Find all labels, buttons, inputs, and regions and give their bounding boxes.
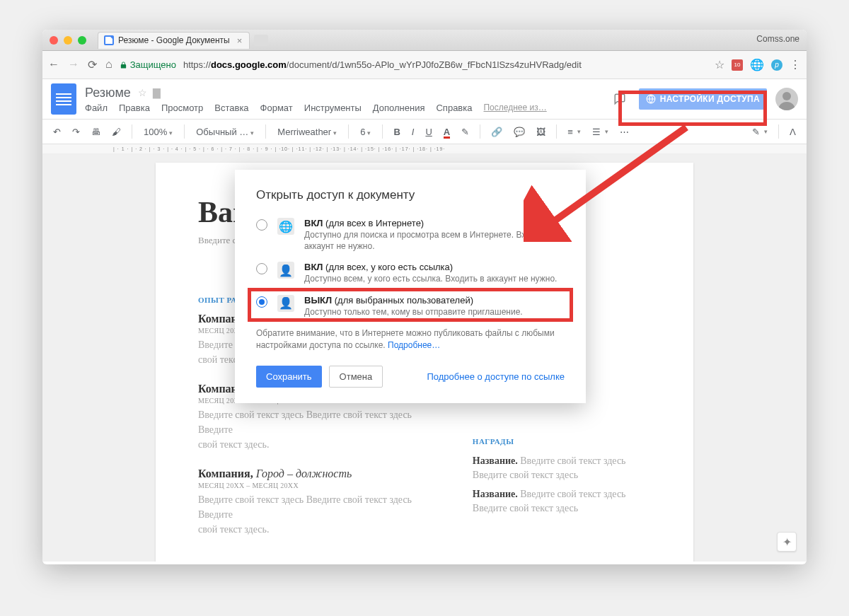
move-folder-icon[interactable]: ▇ [153,87,161,98]
print-icon[interactable]: 🖶 [88,123,104,140]
secure-label: Защищено [130,59,176,70]
google-docs-icon[interactable] [51,83,76,115]
insert-image-icon[interactable]: 🖼 [533,123,549,140]
link-sharing-details-link[interactable]: Подробнее о доступе по ссылке [427,371,565,382]
option-desc: Доступно всем, у кого есть ссылка. Входи… [304,274,565,285]
tab-title: Резюме - Google Документы [118,35,230,45]
traffic-lights [50,36,86,45]
text-color-icon[interactable]: A [440,123,454,140]
globe-icon [646,94,656,104]
radio-icon[interactable] [256,263,267,274]
formatting-toolbar: ↶ ↷ 🖶 🖌 100% Обычный … Merriweather 6 B … [42,119,807,144]
body-row: Введите свой текст здесь Введите свой те… [198,492,430,537]
avatar-icon [775,88,798,110]
font-select[interactable]: Merriweather [273,124,341,139]
maximize-window-icon[interactable] [78,36,86,45]
last-edit-link[interactable]: Последнее из… [483,103,546,113]
address-bar: ← → ⟳ ⌂ Защищено https://docs.google.com… [42,51,807,79]
back-icon[interactable]: ← [48,58,59,71]
share-button[interactable]: НАСТРОЙКИ ДОСТУПА [639,88,767,110]
share-dialog: Открыть доступ к документу 🌐 ВКЛ (для вс… [235,170,586,403]
share-option-private[interactable]: 👤 ВЫКЛ (для выбранных пользователей) Дос… [256,295,565,318]
home-icon[interactable]: ⌂ [105,58,112,71]
comments-button[interactable] [609,88,630,110]
chrome-menu-icon[interactable]: ⋮ [790,58,801,71]
insert-comment-icon[interactable]: 💬 [510,123,529,140]
docs-favicon-icon [104,35,114,45]
menu-edit[interactable]: Правка [119,103,150,113]
undo-icon[interactable]: ↶ [50,123,64,140]
watermark: Comss.one [756,34,799,44]
bold-icon[interactable]: B [390,123,403,140]
menu-file[interactable]: Файл [85,103,108,113]
insert-link-icon[interactable]: 🔗 [487,123,506,140]
save-button[interactable]: Сохранить [256,366,322,388]
font-size-select[interactable]: 6 [356,124,375,139]
award-row: Название. Введите свой текст здесь Введи… [473,487,651,515]
share-option-link[interactable]: 👤 ВКЛ (для всех, у кого есть ссылка) Дос… [256,262,565,285]
window-titlebar: Резюме - Google Документы × Comss.one [42,30,807,51]
section-awards: НАГРАДЫ [473,437,651,446]
company-row: Компания, Город – должность [198,467,430,480]
underline-icon[interactable]: U [422,123,435,140]
comment-icon [613,93,626,105]
ruler[interactable]: | · 1 · | · 2 · | · 3 · | · 4 · | · 5 · … [42,144,807,154]
option-label: ВКЛ (для всех, у кого есть ссылка) [304,262,565,272]
star-document-icon[interactable]: ☆ [138,87,147,98]
option-desc: Доступно для поиска и просмотра всем в И… [304,230,565,252]
option-desc: Доступно только тем, кому вы отправите п… [304,307,565,318]
cancel-button[interactable]: Отмена [329,366,383,388]
explore-button[interactable]: ✦ [777,532,797,552]
docs-header: Резюме ☆ ▇ Файл Правка Просмотр Вставка … [42,79,807,115]
account-avatar[interactable] [775,88,798,110]
zoom-select[interactable]: 100% [139,124,177,139]
style-select[interactable]: Обычный … [192,124,258,139]
italic-icon[interactable]: I [408,123,418,140]
menu-addons[interactable]: Дополнения [373,103,425,113]
more-icon[interactable]: ⋯ [616,123,633,140]
paint-format-icon[interactable]: 🖌 [108,123,125,140]
highlight-icon[interactable]: ✎ [458,123,473,140]
url-display[interactable]: https://docs.google.com/document/d/1wn55… [183,59,582,70]
globe-icon: 🌐 [277,218,294,235]
menu-format[interactable]: Формат [260,103,293,113]
collapse-toolbar-icon[interactable]: ᐱ [786,123,799,140]
bookmark-star-icon[interactable]: ☆ [715,58,724,71]
menu-tools[interactable]: Инструменты [304,103,362,113]
minimize-window-icon[interactable] [64,36,72,45]
lock-icon [120,61,127,69]
align-icon[interactable]: ≡ [564,123,584,140]
editing-mode-icon[interactable]: ✎ [749,123,771,140]
award-row: Название. Введите свой текст здесь Введи… [473,454,651,482]
option-label: ВКЛ (для всех в Интернете) [304,218,565,228]
extension-globe-icon[interactable]: 🌐 [750,58,764,71]
share-option-public[interactable]: 🌐 ВКЛ (для всех в Интернете) Доступно дл… [256,218,565,252]
link-person-icon: 👤 [277,262,294,279]
extension-calendar-icon[interactable]: 10 [732,59,743,71]
option-label: ВЫКЛ (для выбранных пользователей) [304,295,565,306]
reload-icon[interactable]: ⟳ [88,58,97,71]
line-spacing-icon[interactable]: ☰ [589,123,612,140]
menu-view[interactable]: Просмотр [161,103,203,113]
secure-badge[interactable]: Защищено [120,59,176,70]
radio-icon[interactable] [256,296,267,308]
tab-close-icon[interactable]: × [237,35,243,46]
close-window-icon[interactable] [50,36,58,45]
dialog-title: Открыть доступ к документу [256,188,565,202]
person-icon: 👤 [277,295,294,312]
radio-icon[interactable] [256,219,267,231]
body-row: Введите свой текст здесь Введите свой те… [198,407,430,452]
dates-row: МЕСЯЦ 20XX – МЕСЯЦ 20XX [198,482,430,489]
document-title[interactable]: Резюме [85,86,131,100]
redo-icon[interactable]: ↷ [69,123,83,140]
browser-window: Резюме - Google Документы × Comss.one ← … [42,30,807,564]
forward-icon: → [68,58,79,71]
menu-help[interactable]: Справка [436,103,472,113]
browser-tab[interactable]: Резюме - Google Документы × [98,32,250,49]
dialog-notice: Обратите внимание, что в Интернете можно… [256,327,565,351]
new-tab-button[interactable] [254,35,268,46]
menu-insert[interactable]: Вставка [214,103,248,113]
menu-bar: Файл Правка Просмотр Вставка Формат Инст… [85,103,547,113]
extension-p-icon[interactable]: p [771,59,782,71]
learn-more-link[interactable]: Подробнее… [388,340,440,350]
